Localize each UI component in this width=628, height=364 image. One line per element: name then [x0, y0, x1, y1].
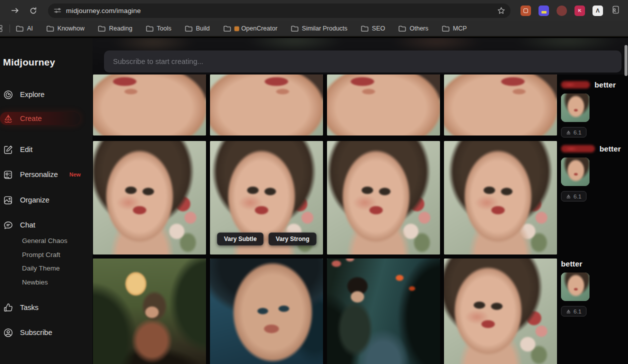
sidebar-channel-newbies[interactable]: Newbies [22, 278, 48, 286]
folder-icon [146, 26, 154, 32]
sidebar-item-organize[interactable]: Organize [3, 194, 50, 206]
prompt-bar[interactable] [104, 50, 622, 72]
portrait-flowers-3[interactable] [327, 141, 440, 254]
bookmark-label: MCP [453, 25, 467, 32]
prompt-input[interactable] [113, 58, 612, 66]
portrait-flowers-1[interactable] [93, 141, 206, 254]
portrait-closeup-3[interactable] [327, 74, 440, 136]
job-entry-3: better6.1 [561, 259, 623, 316]
extension-indigo-icon[interactable] [538, 6, 549, 16]
reference-thumbnail[interactable] [561, 158, 590, 186]
sidebar-item-label: Organize [20, 196, 50, 204]
bookmark-folder-reading[interactable]: Reading [98, 25, 132, 32]
main-feed: Vary SubtleVary Strong better6.1better6.… [92, 38, 628, 364]
moonlit-forest-image[interactable] [93, 258, 206, 364]
address-bar[interactable]: midjourney.com/imagine [48, 4, 510, 18]
job-prompt[interactable]: better [561, 259, 623, 268]
portrait-closeup-4[interactable] [444, 74, 557, 136]
extension-maroon-icon[interactable] [556, 6, 567, 16]
reference-thumbnail[interactable] [561, 94, 590, 122]
midjourney-logo[interactable]: Midjourney [3, 57, 55, 68]
sidebar-item-chat[interactable]: Chat [3, 218, 36, 232]
sidebar-item-personalize[interactable]: PersonalizeNew [3, 168, 80, 181]
side-panel-icon[interactable] [0, 25, 5, 32]
version-chip[interactable]: 6.1 [561, 306, 586, 316]
bookmark-folder-build[interactable]: Build [185, 25, 210, 32]
folder-icon [398, 26, 406, 32]
sidebar-item-tasks[interactable]: Tasks [3, 301, 38, 314]
bookmark-star-icon[interactable] [497, 6, 506, 15]
reload-icon[interactable] [27, 4, 39, 16]
new-badge: New [70, 172, 81, 178]
version-icon [566, 309, 571, 314]
version-chip-label: 6.1 [574, 130, 582, 136]
portrait-closeup-1[interactable] [93, 74, 206, 136]
job-prompt[interactable]: better [561, 80, 623, 89]
browser-window: midjourney.com/imagine KΛ AIKnowhowReadi… [0, 0, 628, 364]
scrollbar-thumb[interactable] [624, 45, 628, 76]
image-grid-row-3 [93, 258, 557, 364]
version-chip-label: 6.1 [574, 194, 582, 200]
bookmark-folder-tools[interactable]: Tools [146, 25, 172, 32]
chat-icon [3, 220, 14, 230]
site-info-icon[interactable] [54, 7, 61, 14]
bookmark-folder-others[interactable]: Others [398, 25, 428, 32]
blue-portrait-image[interactable] [210, 258, 323, 364]
portrait-flowers-2[interactable]: Vary SubtleVary Strong [210, 141, 323, 254]
extensions-row: KΛ [520, 6, 603, 16]
version-icon [566, 130, 571, 135]
sidebar-item-explore[interactable]: Explore [3, 88, 44, 101]
vary-strong-button[interactable]: Vary Strong [268, 232, 316, 246]
version-icon [566, 194, 571, 199]
vary-subtle-button[interactable]: Vary Subtle [217, 232, 264, 246]
folder-icon [442, 26, 450, 32]
bookmarks-bar: AIKnowhowReadingToolsBuildOpenCreatorSim… [0, 21, 628, 37]
bookmark-folder-mcp[interactable]: MCP [442, 25, 467, 32]
extension-orange-icon[interactable] [520, 6, 531, 16]
sage-portrait-image[interactable] [444, 258, 557, 364]
sidebar: Midjourney ExploreCreateEditPersonalizeN… [0, 38, 92, 364]
bookmark-label: Build [196, 25, 210, 32]
extension-white-icon[interactable]: Λ [592, 6, 603, 16]
folder-icon [16, 26, 24, 32]
extension-crimson-icon[interactable]: K [574, 6, 585, 16]
version-chip[interactable]: 6.1 [561, 127, 586, 138]
folder-icon [185, 26, 192, 32]
bookmark-folder-ai[interactable]: AI [16, 25, 33, 32]
prompt-word: better [561, 260, 582, 268]
profile-icon[interactable] [610, 5, 622, 16]
bookmarks-separator [10, 24, 10, 32]
portrait-flowers-4[interactable] [444, 141, 557, 254]
sidebar-item-subscribe[interactable]: Subscribe [3, 326, 52, 339]
bookmark-folder-seo[interactable]: SEO [361, 25, 385, 32]
sidebar-channel-prompt-craft[interactable]: Prompt Craft [22, 251, 60, 258]
forward-arrow-icon[interactable] [9, 4, 21, 16]
sidebar-item-label: Edit [20, 146, 32, 154]
sidebar-item-label: Subscribe [20, 328, 52, 336]
explore-icon [3, 90, 14, 100]
page-content: Midjourney ExploreCreateEditPersonalizeN… [0, 38, 628, 364]
sidebar-channel-daily-theme[interactable]: Daily Theme [22, 264, 60, 272]
image-grid-row-1 [93, 74, 557, 136]
bookmark-label: SEO [372, 25, 385, 32]
sidebar-channel-general-chaos[interactable]: General Chaos [22, 237, 68, 244]
portrait-closeup-2[interactable] [210, 74, 323, 136]
sidebar-item-edit[interactable]: Edit [3, 143, 32, 156]
image-grid-row-2: Vary SubtleVary Strong [93, 141, 557, 254]
bookmark-folder-opencreator[interactable]: OpenCreator [224, 25, 278, 32]
redacted-prompt-pill [561, 81, 590, 88]
bookmark-folder-similar-products[interactable]: Similar Products [291, 25, 348, 32]
reference-thumbnail[interactable] [561, 272, 590, 301]
url-text: midjourney.com/imagine [66, 7, 497, 14]
version-chip[interactable]: 6.1 [561, 191, 586, 202]
job-prompt[interactable]: better [561, 144, 623, 153]
redacted-prompt-pill [561, 145, 595, 152]
sidebar-item-create[interactable]: Create [0, 112, 80, 125]
bookmark-label: Knowhow [58, 25, 84, 32]
alley-scene-image[interactable] [327, 258, 440, 364]
edit-icon [3, 144, 14, 155]
bookmark-folder-knowhow[interactable]: Knowhow [46, 25, 84, 32]
version-chip-label: 6.1 [574, 308, 582, 314]
sidebar-item-label: Create [20, 114, 42, 122]
organize-icon [3, 195, 14, 206]
